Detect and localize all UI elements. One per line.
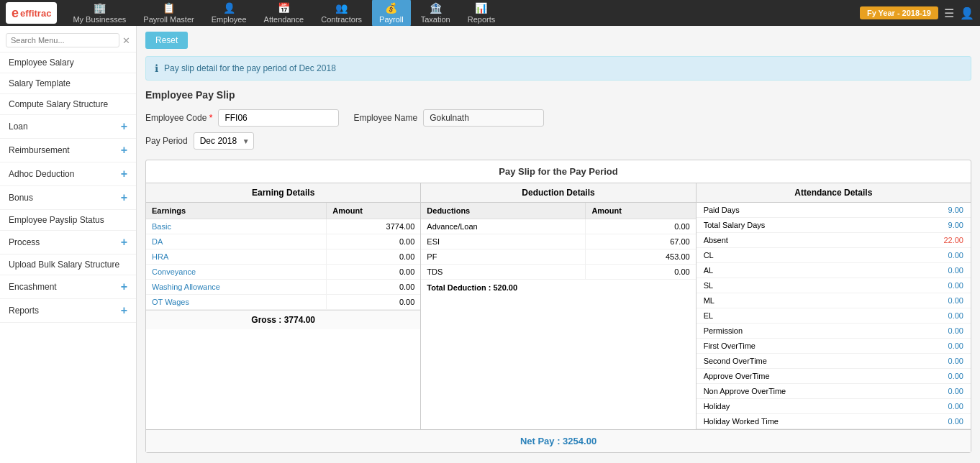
nav-taxation[interactable]: 🏦 Taxation	[414, 0, 458, 27]
attendance-value: 0.00	[899, 399, 971, 414]
table-row: Conveyance0.00	[146, 265, 420, 280]
fy-badge: Fy Year - 2018-19	[860, 6, 938, 19]
attendance-value: 0.00	[899, 414, 971, 429]
attendance-value: 9.00	[899, 218, 971, 233]
attendance-label: Total Salary Days	[697, 218, 899, 233]
sidebar-item-bonus[interactable]: Bonus +	[0, 186, 136, 210]
attendance-value: 0.00	[899, 324, 971, 339]
menu-icon[interactable]: ☰	[944, 6, 954, 20]
payroll-icon: 💰	[385, 2, 397, 14]
pay-slip-header: Pay Slip for the Pay Period	[146, 160, 971, 183]
sidebar-item-reimbursement[interactable]: Reimbursement +	[0, 139, 136, 162]
attendance-value: 0.00	[899, 248, 971, 263]
process-plus-icon[interactable]: +	[121, 236, 127, 249]
list-item: Holiday Worked Time0.00	[697, 414, 971, 429]
earning-name: HRA	[146, 249, 327, 265]
earning-amount: 3774.00	[327, 219, 421, 234]
nav-payroll-master[interactable]: 📋 Payroll Master	[136, 0, 201, 27]
search-box: ✕	[0, 29, 136, 52]
attendance-label: EL	[697, 308, 899, 324]
app-logo: e effitrac	[6, 2, 57, 24]
attendance-label: Approve OverTime	[697, 369, 899, 384]
nav-reports[interactable]: 📊 Reports	[460, 0, 503, 27]
list-item: AL0.00	[697, 263, 971, 278]
contractors-icon: 👥	[335, 2, 348, 14]
earning-name: Conveyance	[146, 265, 327, 280]
nav-attendance[interactable]: 📅 Attendance	[257, 0, 312, 27]
employee-code-label: Employee Code *	[145, 113, 212, 123]
list-item: EL0.00	[697, 308, 971, 324]
sidebar-item-process[interactable]: Process +	[0, 231, 136, 255]
form-row-1: Employee Code * Employee Name	[145, 109, 971, 127]
list-item: ML0.00	[697, 293, 971, 308]
info-bar: ℹ Pay slip detail for the pay period of …	[145, 56, 971, 81]
attendance-label: Paid Days	[697, 203, 899, 218]
list-item: Absent22.00	[697, 233, 971, 248]
reports-plus-icon[interactable]: +	[121, 304, 127, 317]
earning-name: Basic	[146, 219, 327, 234]
pay-slip-body: Earning Details Earnings Amount Basic377…	[146, 183, 971, 429]
sidebar-item-employee-salary[interactable]: Employee Salary	[0, 52, 136, 73]
attendance-label: SL	[697, 278, 899, 293]
table-row: ESI67.00	[421, 234, 695, 249]
attendance-label: Second OverTime	[697, 354, 899, 369]
search-close-icon[interactable]: ✕	[122, 35, 130, 46]
nav-contractors[interactable]: 👥 Contractors	[314, 0, 369, 27]
attendance-value: 0.00	[899, 354, 971, 369]
attendance-value: 0.00	[899, 263, 971, 278]
attendance-label: ML	[697, 293, 899, 308]
nav-items: 🏢 My Businesses 📋 Payroll Master 👤 Emplo…	[65, 0, 860, 27]
info-message: Pay slip detail for the pay period of De…	[164, 63, 336, 73]
search-input[interactable]	[6, 33, 119, 47]
attendance-label: Holiday	[697, 399, 899, 414]
attendance-value: 0.00	[899, 293, 971, 308]
deductions-header: Deduction Details	[421, 183, 695, 203]
nav-employee[interactable]: 👤 Employee	[204, 0, 254, 27]
attendance-value: 0.00	[899, 339, 971, 354]
employee-name-group: Employee Name	[353, 109, 544, 127]
sidebar-item-reports[interactable]: Reports +	[0, 299, 136, 323]
pay-period-select[interactable]: Dec 2018	[194, 132, 254, 150]
sidebar-item-employee-payslip-status[interactable]: Employee Payslip Status	[0, 210, 136, 231]
employee-icon: 👤	[223, 2, 235, 14]
list-item: Total Salary Days9.00	[697, 218, 971, 233]
deduction-amount-col-header: Amount	[586, 203, 696, 219]
employee-name-input	[423, 109, 544, 127]
encashment-plus-icon[interactable]: +	[121, 280, 127, 293]
sidebar-item-compute-salary[interactable]: Compute Salary Structure	[0, 94, 136, 115]
adhoc-plus-icon[interactable]: +	[121, 168, 127, 180]
deduction-amount: 453.00	[586, 249, 696, 265]
list-item: Second OverTime0.00	[697, 354, 971, 369]
nav-my-businesses[interactable]: 🏢 My Businesses	[65, 0, 133, 27]
earning-name: Washing Allowance	[146, 280, 327, 295]
list-item: First OverTime0.00	[697, 339, 971, 354]
earning-amount: 0.00	[327, 234, 421, 249]
attendance-value: 0.00	[899, 278, 971, 293]
sidebar-item-loan[interactable]: Loan +	[0, 115, 136, 139]
bonus-plus-icon[interactable]: +	[121, 191, 127, 204]
earnings-table: Earnings Amount Basic3774.00DA0.00HRA0.0…	[146, 203, 420, 310]
pay-slip-container: Pay Slip for the Pay Period Earning Deta…	[145, 160, 971, 453]
sidebar-item-adhoc-deduction[interactable]: Adhoc Deduction +	[0, 162, 136, 186]
list-item: Non Approve OverTime0.00	[697, 384, 971, 399]
attendance-label: AL	[697, 263, 899, 278]
list-item: Permission0.00	[697, 324, 971, 339]
reports-icon: 📊	[475, 2, 487, 14]
reimbursement-plus-icon[interactable]: +	[121, 144, 127, 157]
nav-payroll[interactable]: 💰 Payroll	[372, 0, 411, 27]
attendance-label: CL	[697, 248, 899, 263]
list-item: Holiday0.00	[697, 399, 971, 414]
reset-button[interactable]: Reset	[145, 32, 188, 49]
table-row: OT Wages0.00	[146, 295, 420, 310]
loan-plus-icon[interactable]: +	[121, 120, 127, 133]
attendance-value: 9.00	[899, 203, 971, 218]
earning-amount: 0.00	[327, 265, 421, 280]
sidebar-item-salary-template[interactable]: Salary Template	[0, 73, 136, 94]
deductions-section: Deduction Details Deductions Amount Adva…	[421, 183, 696, 429]
earning-name: DA	[146, 234, 327, 249]
sidebar-item-upload-bulk[interactable]: Upload Bulk Salary Structure	[0, 255, 136, 275]
employee-code-input[interactable]	[218, 109, 339, 127]
user-icon[interactable]: 👤	[960, 6, 974, 20]
sidebar-item-encashment[interactable]: Encashment +	[0, 275, 136, 299]
attendance-label: Absent	[697, 233, 899, 248]
